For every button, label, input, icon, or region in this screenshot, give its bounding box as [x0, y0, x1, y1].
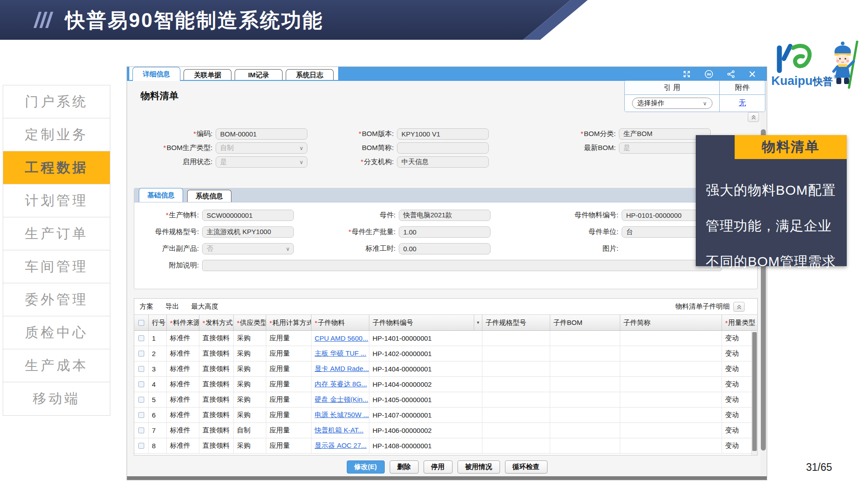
cell-check[interactable] — [134, 423, 149, 438]
field-bom-production-type-select[interactable]: 自制∨ — [216, 142, 307, 154]
table-row[interactable]: 5标准件直接领料采购应用量硬盘 金士顿(Kin...HP-1405-000000… — [134, 392, 757, 408]
sidebar-item-3[interactable]: 工程数据 — [3, 151, 110, 184]
feature-callout-card: 物料清单 强大的物料BOM配置管理功能，满足企业不同的BOM管理需求 — [696, 135, 847, 266]
row-checkbox[interactable] — [138, 397, 144, 403]
tab-1[interactable]: 详细信息 — [132, 67, 180, 81]
cell-item[interactable]: 主板 华硕 TUF ... — [311, 346, 369, 361]
field-extra-note-input[interactable] — [202, 260, 722, 271]
cell-issue: 直接领料 — [199, 346, 234, 361]
field-enabled-status-select[interactable]: 是∨ — [216, 156, 307, 168]
window-horizontal-scrollbar[interactable] — [127, 476, 767, 480]
grid-toolbar-item-2[interactable]: 导出 — [165, 302, 179, 311]
sidebar-item-1[interactable]: 门户系统 — [3, 85, 110, 118]
grid-toolbar-item-3[interactable]: 最大高度 — [191, 302, 218, 311]
field-code-input[interactable]: BOM-00001 — [216, 128, 307, 140]
table-row[interactable]: 1标准件直接领料采购应用量CPU AMD 5600...HP-1401-0000… — [134, 331, 757, 346]
grid-col-header-item: *子件物料 — [311, 315, 369, 330]
sidebar-item-2[interactable]: 定制业务 — [3, 118, 110, 151]
delete-button[interactable]: 删除 — [390, 460, 419, 474]
share-icon[interactable] — [727, 70, 735, 78]
field-parent-item-input[interactable]: 快普电脑2021款 — [399, 210, 491, 221]
table-row[interactable]: 8标准件直接领料采购应用量显示器 AOC 27...HP-1408-000000… — [134, 438, 757, 454]
cell-spec — [482, 438, 550, 453]
cycle-check-button[interactable]: 循环检查 — [505, 460, 547, 474]
row-checkbox[interactable] — [138, 351, 144, 357]
tab-4[interactable]: 系统日志 — [286, 69, 334, 81]
attachment-link[interactable]: 无 — [739, 99, 746, 108]
cell-item[interactable]: CPU AMD 5600... — [311, 331, 369, 346]
tab-2[interactable]: 关联单据 — [184, 69, 231, 81]
row-checkbox[interactable] — [138, 335, 144, 341]
used-info-button[interactable]: 被用情况 — [458, 460, 500, 474]
expand-icon[interactable] — [683, 70, 691, 78]
table-row[interactable]: 3标准件直接领料采购应用量显卡 AMD Rade...HP-1404-00000… — [134, 361, 757, 377]
select-all-checkbox[interactable] — [138, 320, 144, 326]
subtab-1[interactable]: 基础信息 — [139, 188, 183, 202]
cell-check[interactable] — [134, 346, 149, 361]
cell-check[interactable] — [134, 377, 149, 392]
cell-supply: 自制 — [234, 423, 266, 438]
cell-item[interactable]: 快普机箱 K-AT... — [311, 423, 369, 438]
im-icon[interactable]: IM — [704, 70, 713, 79]
row-checkbox[interactable] — [138, 412, 144, 418]
field-standard-hours-input[interactable]: 0.00 — [399, 243, 491, 254]
cell-check[interactable] — [134, 408, 149, 422]
field-bom-version-input[interactable]: KPY1000 V1 — [397, 128, 489, 140]
close-icon[interactable] — [749, 70, 756, 78]
collapse-grid-button[interactable] — [733, 302, 745, 312]
grid-scrollbar-thumb[interactable] — [752, 332, 757, 451]
modify-button[interactable]: 修改(E) — [347, 460, 385, 474]
row-checkbox[interactable] — [138, 443, 144, 449]
table-row[interactable]: 7标准件直接领料自制应用量快普机箱 K-AT...HP-1406-0000000… — [134, 423, 757, 438]
sidebar-item-4[interactable]: 计划管理 — [3, 184, 110, 217]
sidebar-item-10[interactable]: 移动端 — [3, 382, 110, 415]
cell-issue: 直接领料 — [199, 423, 234, 438]
cell-check[interactable] — [134, 331, 149, 346]
cell-bom — [550, 331, 620, 346]
column-filter-icon[interactable]: ▼ — [474, 315, 482, 330]
field-label: 母件: — [294, 211, 399, 220]
table-row[interactable]: 6标准件直接领料采购应用量电源 长城750W ...HP-1407-000000… — [134, 408, 757, 423]
cell-spec — [482, 361, 550, 376]
callout-line: 管理功能，满足企业 — [706, 208, 842, 244]
field-label: 附加说明: — [134, 261, 202, 270]
field-label: 启用状态: — [127, 157, 216, 167]
cell-spec — [482, 423, 550, 438]
field-parent-batch-input[interactable]: 1.00 — [399, 226, 491, 238]
disable-button[interactable]: 停用 — [424, 460, 453, 474]
cell-check[interactable] — [134, 361, 149, 376]
cell-check[interactable] — [134, 438, 149, 453]
cell-calc: 应用量 — [266, 331, 311, 346]
sidebar-item-7[interactable]: 委外管理 — [3, 283, 110, 316]
operation-select[interactable]: 选择操作 ∨ — [632, 98, 712, 109]
field-parent-spec-input[interactable]: 主流游戏机 KPY1000 — [202, 226, 294, 238]
cell-item[interactable]: 内存 英睿达 8G... — [311, 377, 369, 392]
cell-item[interactable]: 显卡 AMD Rade... — [311, 361, 369, 376]
field-production-material-input[interactable]: SCW00000001 — [202, 210, 294, 221]
tab-3[interactable]: IM记录 — [235, 69, 283, 81]
app-window: 详细信息关联单据IM记录系统日志IM 物料清单 引 用 附件 选择操作 ∨ 无 … — [127, 66, 767, 480]
cell-spec — [482, 377, 550, 392]
collapse-panel-button[interactable] — [748, 112, 759, 122]
cell-item[interactable]: 电源 长城750W ... — [311, 408, 369, 422]
sidebar-item-8[interactable]: 质检中心 — [3, 316, 110, 349]
sidebar-item-9[interactable]: 生产成本 — [3, 349, 110, 382]
sidebar-item-6[interactable]: 车间管理 — [3, 250, 110, 283]
cell-item[interactable]: 硬盘 金士顿(Kin... — [311, 392, 369, 407]
sidebar-item-5[interactable]: 生产订单 — [3, 217, 110, 250]
grid-vertical-scrollbar[interactable] — [751, 331, 757, 455]
field-branch-input[interactable]: 中天信息 — [397, 156, 489, 168]
cell-check[interactable] — [134, 392, 149, 407]
field-bom-short-name-input[interactable] — [397, 142, 489, 154]
grid-toolbar-item-1[interactable]: 方案 — [140, 302, 153, 311]
field-by-product-select[interactable]: 否∨ — [202, 243, 294, 254]
table-row[interactable]: 2标准件直接领料采购应用量主板 华硕 TUF ...HP-1402-000000… — [134, 346, 757, 361]
subtab-2[interactable]: 系统信息 — [187, 190, 231, 202]
cell-short — [620, 361, 722, 376]
form-row: *编码:BOM-00001*BOM版本:KPY1000 V1*BOM分类:生产B… — [127, 127, 765, 141]
row-checkbox[interactable] — [138, 427, 144, 433]
row-checkbox[interactable] — [138, 381, 144, 387]
table-row[interactable]: 4标准件直接领料采购应用量内存 英睿达 8G...HP-1404-0000000… — [134, 377, 757, 392]
cell-item[interactable]: 显示器 AOC 27... — [311, 438, 369, 453]
row-checkbox[interactable] — [138, 366, 144, 372]
